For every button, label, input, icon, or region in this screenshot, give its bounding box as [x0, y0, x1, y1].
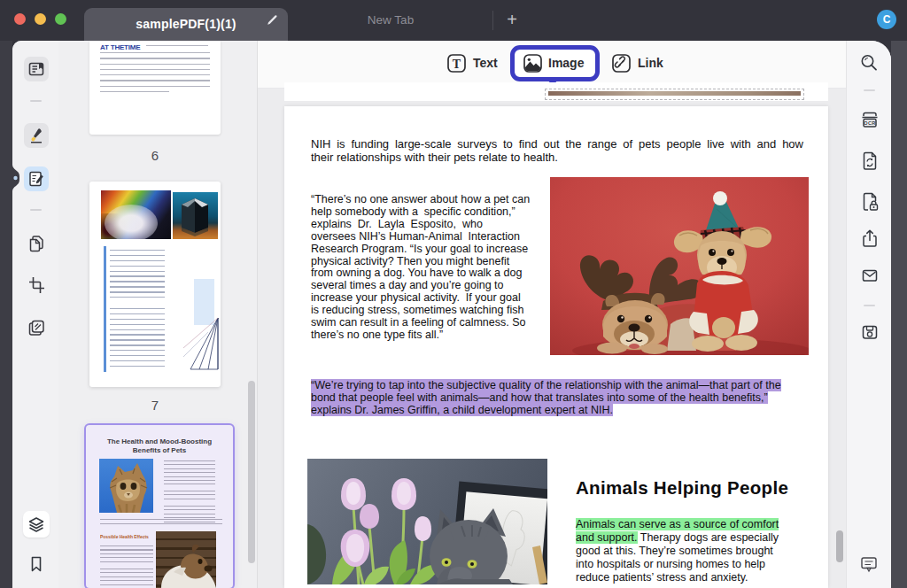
svg-text:T: T [453, 58, 461, 71]
svg-text:OCR: OCR [864, 120, 875, 126]
